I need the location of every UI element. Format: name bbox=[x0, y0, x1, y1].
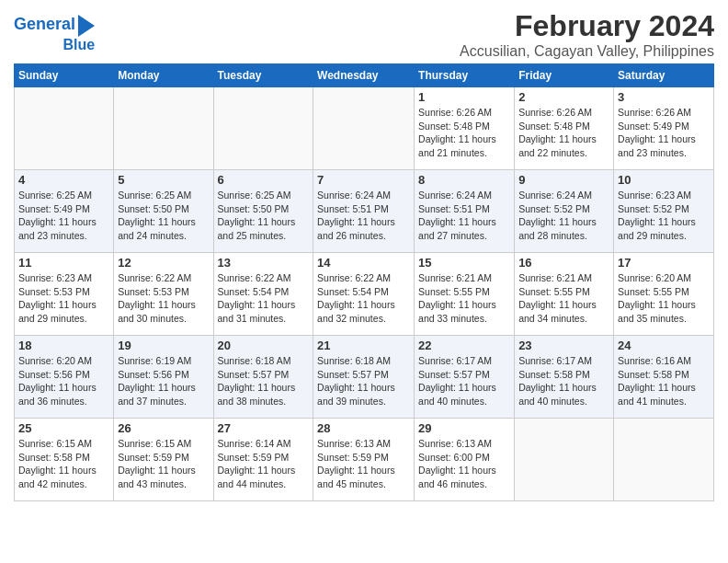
day-cell: 7Sunrise: 6:24 AM Sunset: 5:51 PM Daylig… bbox=[313, 170, 415, 253]
day-info: Sunrise: 6:26 AM Sunset: 5:48 PM Dayligh… bbox=[418, 106, 510, 160]
day-number: 15 bbox=[418, 256, 510, 270]
day-number: 23 bbox=[518, 339, 609, 352]
day-cell: 18Sunrise: 6:20 AM Sunset: 5:56 PM Dayli… bbox=[15, 336, 114, 419]
day-number: 18 bbox=[18, 339, 109, 352]
day-number: 22 bbox=[418, 339, 510, 352]
week-row: 11Sunrise: 6:23 AM Sunset: 5:53 PM Dayli… bbox=[15, 253, 714, 336]
week-row: 25Sunrise: 6:15 AM Sunset: 5:58 PM Dayli… bbox=[15, 419, 714, 501]
day-number: 25 bbox=[18, 421, 109, 435]
day-number: 2 bbox=[518, 90, 609, 104]
day-cell bbox=[313, 87, 415, 170]
day-cell: 27Sunrise: 6:14 AM Sunset: 5:59 PM Dayli… bbox=[213, 419, 313, 501]
day-number: 13 bbox=[218, 256, 310, 270]
day-number: 21 bbox=[317, 339, 410, 352]
logo: General Blue bbox=[14, 9, 95, 53]
header-row: SundayMondayTuesdayWednesdayThursdayFrid… bbox=[15, 64, 714, 87]
day-number: 3 bbox=[618, 90, 710, 104]
day-cell: 20Sunrise: 6:18 AM Sunset: 5:57 PM Dayli… bbox=[213, 336, 313, 419]
day-cell: 6Sunrise: 6:25 AM Sunset: 5:50 PM Daylig… bbox=[213, 170, 313, 253]
day-number: 8 bbox=[418, 173, 510, 187]
day-number: 14 bbox=[317, 256, 410, 270]
day-info: Sunrise: 6:25 AM Sunset: 5:50 PM Dayligh… bbox=[218, 189, 310, 243]
day-cell: 17Sunrise: 6:20 AM Sunset: 5:55 PM Dayli… bbox=[614, 253, 714, 336]
day-cell: 5Sunrise: 6:25 AM Sunset: 5:50 PM Daylig… bbox=[114, 170, 213, 253]
day-info: Sunrise: 6:26 AM Sunset: 5:48 PM Dayligh… bbox=[518, 106, 609, 160]
day-cell: 21Sunrise: 6:18 AM Sunset: 5:57 PM Dayli… bbox=[313, 336, 415, 419]
day-header-monday: Monday bbox=[114, 64, 213, 87]
day-cell: 14Sunrise: 6:22 AM Sunset: 5:54 PM Dayli… bbox=[313, 253, 415, 336]
day-number: 29 bbox=[418, 421, 510, 435]
day-cell bbox=[15, 87, 114, 170]
day-cell bbox=[114, 87, 213, 170]
day-info: Sunrise: 6:17 AM Sunset: 5:57 PM Dayligh… bbox=[418, 354, 510, 408]
day-cell bbox=[515, 419, 614, 501]
day-info: Sunrise: 6:22 AM Sunset: 5:54 PM Dayligh… bbox=[218, 271, 310, 326]
day-info: Sunrise: 6:21 AM Sunset: 5:55 PM Dayligh… bbox=[418, 271, 510, 326]
day-cell: 24Sunrise: 6:16 AM Sunset: 5:58 PM Dayli… bbox=[614, 336, 714, 419]
day-number: 26 bbox=[118, 421, 209, 435]
day-number: 17 bbox=[618, 256, 710, 270]
day-info: Sunrise: 6:24 AM Sunset: 5:51 PM Dayligh… bbox=[418, 189, 510, 243]
day-number: 20 bbox=[218, 339, 310, 352]
day-number: 6 bbox=[218, 173, 310, 187]
day-cell: 22Sunrise: 6:17 AM Sunset: 5:57 PM Dayli… bbox=[415, 336, 515, 419]
day-cell: 13Sunrise: 6:22 AM Sunset: 5:54 PM Dayli… bbox=[213, 253, 313, 336]
day-info: Sunrise: 6:18 AM Sunset: 5:57 PM Dayligh… bbox=[317, 354, 410, 408]
day-cell: 25Sunrise: 6:15 AM Sunset: 5:58 PM Dayli… bbox=[15, 419, 114, 501]
day-info: Sunrise: 6:23 AM Sunset: 5:53 PM Dayligh… bbox=[18, 271, 109, 326]
day-info: Sunrise: 6:23 AM Sunset: 5:52 PM Dayligh… bbox=[618, 189, 710, 243]
day-number: 19 bbox=[118, 339, 209, 352]
title-block: February 2024 Accusilian, Cagayan Valley… bbox=[460, 9, 714, 60]
day-header-tuesday: Tuesday bbox=[213, 64, 313, 87]
day-cell: 26Sunrise: 6:15 AM Sunset: 5:59 PM Dayli… bbox=[114, 419, 213, 501]
day-cell: 10Sunrise: 6:23 AM Sunset: 5:52 PM Dayli… bbox=[614, 170, 714, 253]
day-info: Sunrise: 6:21 AM Sunset: 5:55 PM Dayligh… bbox=[518, 271, 609, 326]
day-number: 12 bbox=[118, 256, 209, 270]
day-cell: 23Sunrise: 6:17 AM Sunset: 5:58 PM Dayli… bbox=[515, 336, 614, 419]
page-header: General Blue February 2024 Accusilian, C… bbox=[14, 9, 714, 60]
week-row: 1Sunrise: 6:26 AM Sunset: 5:48 PM Daylig… bbox=[15, 87, 714, 170]
day-header-sunday: Sunday bbox=[15, 64, 114, 87]
day-number: 28 bbox=[317, 421, 410, 435]
calendar-table: SundayMondayTuesdayWednesdayThursdayFrid… bbox=[14, 63, 714, 501]
day-number: 9 bbox=[518, 173, 609, 187]
day-cell: 4Sunrise: 6:25 AM Sunset: 5:49 PM Daylig… bbox=[15, 170, 114, 253]
day-cell: 8Sunrise: 6:24 AM Sunset: 5:51 PM Daylig… bbox=[415, 170, 515, 253]
day-info: Sunrise: 6:19 AM Sunset: 5:56 PM Dayligh… bbox=[118, 354, 209, 408]
day-number: 10 bbox=[618, 173, 710, 187]
week-row: 4Sunrise: 6:25 AM Sunset: 5:49 PM Daylig… bbox=[15, 170, 714, 253]
day-info: Sunrise: 6:15 AM Sunset: 5:58 PM Dayligh… bbox=[18, 437, 109, 491]
logo-arrow-icon bbox=[78, 15, 95, 37]
day-header-thursday: Thursday bbox=[415, 64, 515, 87]
day-info: Sunrise: 6:24 AM Sunset: 5:52 PM Dayligh… bbox=[518, 189, 609, 243]
day-info: Sunrise: 6:22 AM Sunset: 5:53 PM Dayligh… bbox=[118, 271, 209, 326]
day-number: 5 bbox=[118, 173, 209, 187]
day-cell bbox=[213, 87, 313, 170]
day-info: Sunrise: 6:13 AM Sunset: 5:59 PM Dayligh… bbox=[317, 437, 410, 491]
day-info: Sunrise: 6:20 AM Sunset: 5:55 PM Dayligh… bbox=[618, 271, 710, 326]
day-number: 16 bbox=[518, 256, 609, 270]
day-cell: 9Sunrise: 6:24 AM Sunset: 5:52 PM Daylig… bbox=[515, 170, 614, 253]
day-number: 27 bbox=[218, 421, 310, 435]
day-header-wednesday: Wednesday bbox=[313, 64, 415, 87]
day-cell bbox=[614, 419, 714, 501]
day-info: Sunrise: 6:25 AM Sunset: 5:49 PM Dayligh… bbox=[18, 189, 109, 243]
month-year-title: February 2024 bbox=[460, 9, 714, 43]
day-cell: 1Sunrise: 6:26 AM Sunset: 5:48 PM Daylig… bbox=[415, 87, 515, 170]
day-cell: 15Sunrise: 6:21 AM Sunset: 5:55 PM Dayli… bbox=[415, 253, 515, 336]
day-cell: 3Sunrise: 6:26 AM Sunset: 5:49 PM Daylig… bbox=[614, 87, 714, 170]
day-info: Sunrise: 6:18 AM Sunset: 5:57 PM Dayligh… bbox=[218, 354, 310, 408]
day-number: 1 bbox=[418, 90, 510, 104]
day-info: Sunrise: 6:15 AM Sunset: 5:59 PM Dayligh… bbox=[118, 437, 209, 491]
day-info: Sunrise: 6:16 AM Sunset: 5:58 PM Dayligh… bbox=[618, 354, 710, 408]
day-header-friday: Friday bbox=[515, 64, 614, 87]
day-info: Sunrise: 6:14 AM Sunset: 5:59 PM Dayligh… bbox=[218, 437, 310, 491]
logo-blue-text: Blue bbox=[63, 37, 95, 53]
day-cell: 28Sunrise: 6:13 AM Sunset: 5:59 PM Dayli… bbox=[313, 419, 415, 501]
logo-text: General bbox=[14, 16, 75, 34]
day-cell: 16Sunrise: 6:21 AM Sunset: 5:55 PM Dayli… bbox=[515, 253, 614, 336]
day-info: Sunrise: 6:13 AM Sunset: 6:00 PM Dayligh… bbox=[418, 437, 510, 491]
day-info: Sunrise: 6:26 AM Sunset: 5:49 PM Dayligh… bbox=[618, 106, 710, 160]
day-number: 4 bbox=[18, 173, 109, 187]
day-cell: 12Sunrise: 6:22 AM Sunset: 5:53 PM Dayli… bbox=[114, 253, 213, 336]
